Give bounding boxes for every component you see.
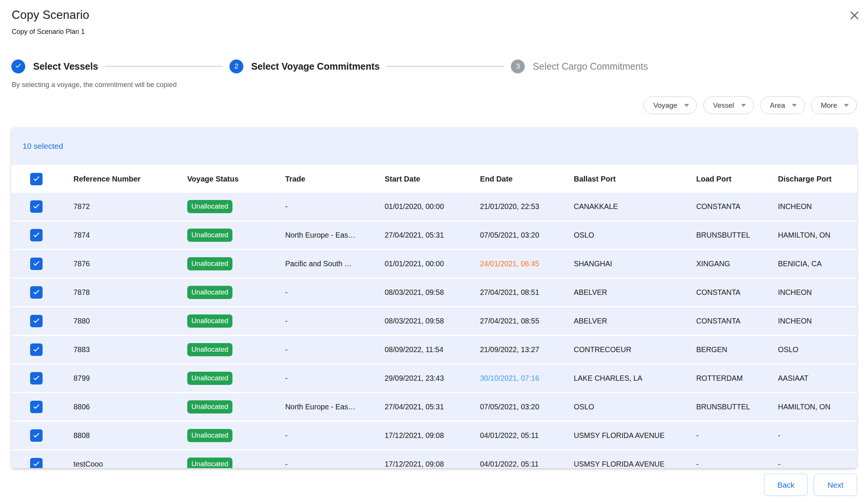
start-date-cell: 01/01/2020, 00:00 <box>385 202 480 211</box>
page-title: Copy Scenario <box>12 8 89 22</box>
close-button[interactable] <box>847 8 862 23</box>
table-row[interactable]: testCooo Unallocated - 17/12/2021, 09:08… <box>11 450 857 468</box>
load-port-cell: CONSTANTA <box>696 202 778 211</box>
end-date-cell: 24/01/2021, 06:45 <box>480 259 574 268</box>
row-checkbox[interactable] <box>30 286 43 299</box>
discharge-port-cell: - <box>778 460 857 468</box>
stepper-connector <box>387 66 504 67</box>
back-button[interactable]: Back <box>764 474 808 496</box>
voyage-status-cell: Unallocated <box>187 343 285 356</box>
filter-voyage-button[interactable]: Voyage <box>643 96 697 114</box>
row-checkbox[interactable] <box>30 458 43 468</box>
column-header-end-date: End Date <box>480 175 574 183</box>
check-icon <box>32 316 41 326</box>
step-select-vessels: Select Vessels <box>11 60 98 73</box>
voyage-status-cell: Unallocated <box>187 286 285 299</box>
close-icon <box>848 17 861 23</box>
column-header-reference-number: Reference Number <box>73 175 187 183</box>
table-row[interactable]: 7874 Unallocated North Europe - Eas… 27/… <box>11 221 857 250</box>
trade-cell: Pacific and South … <box>285 259 385 268</box>
end-date-cell: 30/10/2021, 07:16 <box>480 374 574 383</box>
table-row[interactable]: 7880 Unallocated - 08/03/2021, 09:58 27/… <box>11 307 857 336</box>
discharge-port-cell: HAMILTON, ON <box>778 403 857 411</box>
column-header-load-port: Load Port <box>696 175 778 183</box>
voyage-status-cell: Unallocated <box>187 200 285 213</box>
chevron-down-icon <box>844 104 849 107</box>
start-date-cell: 08/03/2021, 09:58 <box>385 317 480 325</box>
row-checkbox[interactable] <box>30 315 43 327</box>
check-icon <box>32 402 41 412</box>
status-badge: Unallocated <box>187 343 232 356</box>
select-all-checkbox[interactable] <box>30 173 43 185</box>
start-date-cell: 27/04/2021, 05:31 <box>385 403 480 411</box>
filter-vessel-button[interactable]: Vessel <box>703 96 754 114</box>
row-checkbox[interactable] <box>30 258 43 270</box>
ballast-port-cell: USMSY FLORIDA AVENUE <box>574 431 696 440</box>
column-header-discharge-port: Discharge Port <box>778 175 857 183</box>
voyage-commitments-table: 10 selected Reference Number Voyage Stat… <box>11 127 857 468</box>
next-button[interactable]: Next <box>814 474 857 496</box>
end-date-cell: 27/04/2021, 08:55 <box>480 317 574 325</box>
check-icon <box>32 174 41 184</box>
row-checkbox[interactable] <box>30 401 43 413</box>
filter-vessel-label: Vessel <box>713 101 734 110</box>
ballast-port-cell: ABELVER <box>574 317 696 325</box>
discharge-port-cell: AASIAAT <box>778 374 857 383</box>
selected-count: 10 selected <box>23 142 63 151</box>
chevron-down-icon <box>684 104 689 107</box>
trade-cell: - <box>285 374 385 383</box>
status-badge: Unallocated <box>187 458 232 468</box>
stepper: Select Vessels 2 Select Voyage Commitmen… <box>11 57 648 75</box>
start-date-cell: 01/01/2021, 00:00 <box>385 259 480 268</box>
end-date-cell: 04/01/2022, 05:11 <box>480 460 574 468</box>
check-icon <box>32 373 41 383</box>
status-badge: Unallocated <box>187 286 232 299</box>
table-row[interactable]: 7883 Unallocated - 08/09/2022, 11:54 21/… <box>11 336 857 365</box>
row-checkbox[interactable] <box>30 429 43 442</box>
selection-summary-bar: 10 selected <box>11 127 857 165</box>
ballast-port-cell: CANAKKALE <box>574 202 696 211</box>
reference-number-cell: 8808 <box>73 431 187 440</box>
voyage-status-cell: Unallocated <box>187 458 285 468</box>
load-port-cell: BRUNSBUTTEL <box>696 231 778 240</box>
discharge-port-cell: HAMILTON, ON <box>778 231 857 240</box>
row-checkbox[interactable] <box>30 229 43 241</box>
step-2-label: Select Voyage Commitments <box>251 61 380 72</box>
check-icon <box>32 459 41 468</box>
start-date-cell: 29/09/2021, 23:43 <box>385 374 480 383</box>
check-icon <box>32 287 41 298</box>
discharge-port-cell: INCHEON <box>778 317 857 325</box>
row-checkbox[interactable] <box>30 200 43 213</box>
discharge-port-cell: OSLO <box>778 345 857 354</box>
filter-area-button[interactable]: Area <box>760 96 805 114</box>
filter-more-label: More <box>821 101 837 110</box>
load-port-cell: CONSTANTA <box>696 317 778 325</box>
load-port-cell: - <box>696 460 778 468</box>
end-date-cell: 07/05/2021, 03:20 <box>480 403 574 411</box>
reference-number-cell: 7883 <box>73 345 187 354</box>
step-1-circle <box>11 60 25 73</box>
table-row[interactable]: 8799 Unallocated - 29/09/2021, 23:43 30/… <box>11 365 857 393</box>
check-icon <box>32 345 41 355</box>
table-row[interactable]: 7878 Unallocated - 08/03/2021, 09:58 27/… <box>11 279 857 307</box>
table-row[interactable]: 7876 Unallocated Pacific and South … 01/… <box>11 250 857 279</box>
check-icon <box>32 430 41 441</box>
stepper-connector <box>105 66 222 67</box>
filter-more-button[interactable]: More <box>811 96 857 114</box>
row-checkbox[interactable] <box>30 372 43 385</box>
reference-number-cell: testCooo <box>73 460 187 468</box>
table-row[interactable]: 8808 Unallocated - 17/12/2021, 09:08 04/… <box>11 422 857 450</box>
trade-cell: - <box>285 202 385 211</box>
start-date-cell: 17/12/2021, 09:08 <box>385 431 480 440</box>
voyage-status-cell: Unallocated <box>187 372 285 385</box>
table-body: 7872 Unallocated - 01/01/2020, 00:00 21/… <box>11 193 857 468</box>
table-row[interactable]: 8806 Unallocated North Europe - Eas… 27/… <box>11 393 857 422</box>
table-row[interactable]: 7872 Unallocated - 01/01/2020, 00:00 21/… <box>11 193 857 221</box>
trade-cell: - <box>285 317 385 325</box>
trade-cell: - <box>285 288 385 297</box>
voyage-status-cell: Unallocated <box>187 400 285 414</box>
row-checkbox[interactable] <box>30 343 43 356</box>
trade-cell: - <box>285 345 385 354</box>
chevron-down-icon <box>741 104 746 107</box>
end-date-cell: 07/05/2021, 03:20 <box>480 231 574 240</box>
